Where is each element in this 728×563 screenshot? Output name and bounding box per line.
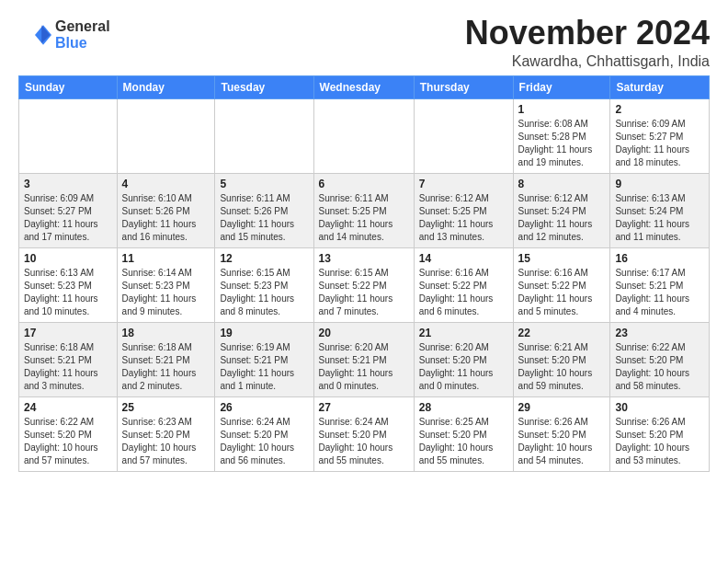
calendar-header-row: SundayMondayTuesdayWednesdayThursdayFrid… bbox=[19, 75, 710, 98]
calendar-cell: 9Sunrise: 6:13 AM Sunset: 5:24 PM Daylig… bbox=[610, 173, 710, 247]
day-header-wednesday: Wednesday bbox=[313, 75, 414, 98]
calendar-cell: 10Sunrise: 6:13 AM Sunset: 5:23 PM Dayli… bbox=[19, 247, 118, 322]
calendar-cell: 26Sunrise: 6:24 AM Sunset: 5:20 PM Dayli… bbox=[215, 396, 313, 471]
calendar-cell: 23Sunrise: 6:22 AM Sunset: 5:20 PM Dayli… bbox=[610, 322, 710, 396]
day-number: 30 bbox=[615, 401, 704, 414]
week-row-1: 1Sunrise: 6:08 AM Sunset: 5:28 PM Daylig… bbox=[19, 98, 710, 173]
day-number: 5 bbox=[220, 178, 308, 190]
day-number: 26 bbox=[220, 401, 308, 414]
calendar-cell: 4Sunrise: 6:10 AM Sunset: 5:26 PM Daylig… bbox=[117, 173, 215, 247]
day-number: 4 bbox=[122, 178, 210, 190]
day-detail: Sunrise: 6:20 AM Sunset: 5:20 PM Dayligh… bbox=[419, 341, 508, 393]
day-number: 9 bbox=[615, 178, 704, 190]
calendar-cell: 12Sunrise: 6:15 AM Sunset: 5:23 PM Dayli… bbox=[215, 247, 313, 322]
day-number: 13 bbox=[319, 252, 409, 265]
calendar-cell: 17Sunrise: 6:18 AM Sunset: 5:21 PM Dayli… bbox=[19, 322, 118, 396]
week-row-2: 3Sunrise: 6:09 AM Sunset: 5:27 PM Daylig… bbox=[19, 173, 710, 247]
calendar-cell: 3Sunrise: 6:09 AM Sunset: 5:27 PM Daylig… bbox=[19, 173, 118, 247]
calendar-cell: 19Sunrise: 6:19 AM Sunset: 5:21 PM Dayli… bbox=[215, 322, 313, 396]
calendar-cell: 14Sunrise: 6:16 AM Sunset: 5:22 PM Dayli… bbox=[414, 247, 513, 322]
day-header-saturday: Saturday bbox=[610, 75, 710, 98]
calendar-cell: 22Sunrise: 6:21 AM Sunset: 5:20 PM Dayli… bbox=[513, 322, 610, 396]
day-detail: Sunrise: 6:20 AM Sunset: 5:21 PM Dayligh… bbox=[319, 341, 409, 393]
logo-text: General Blue bbox=[55, 18, 110, 51]
day-number: 14 bbox=[419, 252, 508, 265]
day-number: 12 bbox=[220, 252, 308, 265]
logo-blue: Blue bbox=[55, 35, 110, 52]
calendar-cell bbox=[215, 98, 313, 173]
day-number: 19 bbox=[220, 327, 308, 339]
day-detail: Sunrise: 6:16 AM Sunset: 5:22 PM Dayligh… bbox=[419, 267, 508, 318]
day-detail: Sunrise: 6:10 AM Sunset: 5:26 PM Dayligh… bbox=[122, 192, 210, 244]
day-number: 6 bbox=[319, 178, 409, 190]
day-number: 3 bbox=[24, 178, 112, 190]
calendar-cell: 25Sunrise: 6:23 AM Sunset: 5:20 PM Dayli… bbox=[117, 396, 215, 471]
calendar-cell: 29Sunrise: 6:26 AM Sunset: 5:20 PM Dayli… bbox=[513, 396, 610, 471]
day-number: 17 bbox=[24, 327, 112, 339]
day-header-sunday: Sunday bbox=[19, 75, 118, 98]
header: General Blue November 2024 Kawardha, Chh… bbox=[18, 15, 710, 70]
week-row-5: 24Sunrise: 6:22 AM Sunset: 5:20 PM Dayli… bbox=[19, 396, 710, 471]
calendar-cell: 2Sunrise: 6:09 AM Sunset: 5:27 PM Daylig… bbox=[610, 98, 710, 173]
calendar-cell: 30Sunrise: 6:26 AM Sunset: 5:20 PM Dayli… bbox=[610, 396, 710, 471]
week-row-3: 10Sunrise: 6:13 AM Sunset: 5:23 PM Dayli… bbox=[19, 247, 710, 322]
day-number: 25 bbox=[122, 401, 210, 414]
day-detail: Sunrise: 6:21 AM Sunset: 5:20 PM Dayligh… bbox=[518, 341, 606, 393]
day-number: 21 bbox=[419, 327, 508, 339]
day-number: 1 bbox=[518, 103, 606, 116]
day-detail: Sunrise: 6:16 AM Sunset: 5:22 PM Dayligh… bbox=[518, 267, 606, 318]
day-number: 24 bbox=[24, 401, 112, 414]
day-detail: Sunrise: 6:26 AM Sunset: 5:20 PM Dayligh… bbox=[518, 416, 606, 467]
day-number: 8 bbox=[518, 178, 606, 190]
calendar-cell bbox=[19, 98, 118, 173]
day-detail: Sunrise: 6:18 AM Sunset: 5:21 PM Dayligh… bbox=[24, 341, 112, 393]
location-title: Kawardha, Chhattisgarh, India bbox=[465, 53, 710, 70]
day-number: 18 bbox=[122, 327, 210, 339]
calendar-cell: 15Sunrise: 6:16 AM Sunset: 5:22 PM Dayli… bbox=[513, 247, 610, 322]
calendar-cell: 18Sunrise: 6:18 AM Sunset: 5:21 PM Dayli… bbox=[117, 322, 215, 396]
calendar-cell: 28Sunrise: 6:25 AM Sunset: 5:20 PM Dayli… bbox=[414, 396, 513, 471]
calendar-cell: 13Sunrise: 6:15 AM Sunset: 5:22 PM Dayli… bbox=[313, 247, 414, 322]
day-number: 29 bbox=[518, 401, 606, 414]
day-detail: Sunrise: 6:09 AM Sunset: 5:27 PM Dayligh… bbox=[615, 118, 704, 169]
day-detail: Sunrise: 6:25 AM Sunset: 5:20 PM Dayligh… bbox=[419, 416, 508, 467]
day-detail: Sunrise: 6:08 AM Sunset: 5:28 PM Dayligh… bbox=[518, 118, 606, 169]
day-detail: Sunrise: 6:11 AM Sunset: 5:26 PM Dayligh… bbox=[220, 192, 308, 244]
logo: General Blue bbox=[18, 18, 110, 52]
day-header-thursday: Thursday bbox=[414, 75, 513, 98]
day-number: 28 bbox=[419, 401, 508, 414]
day-detail: Sunrise: 6:12 AM Sunset: 5:25 PM Dayligh… bbox=[419, 192, 508, 244]
calendar-cell: 16Sunrise: 6:17 AM Sunset: 5:21 PM Dayli… bbox=[610, 247, 710, 322]
calendar-cell bbox=[313, 98, 414, 173]
day-number: 16 bbox=[615, 252, 704, 265]
day-number: 27 bbox=[319, 401, 409, 414]
calendar-cell bbox=[117, 98, 215, 173]
day-detail: Sunrise: 6:14 AM Sunset: 5:23 PM Dayligh… bbox=[122, 267, 210, 318]
day-number: 22 bbox=[518, 327, 606, 339]
day-detail: Sunrise: 6:24 AM Sunset: 5:20 PM Dayligh… bbox=[319, 416, 409, 467]
calendar-cell: 20Sunrise: 6:20 AM Sunset: 5:21 PM Dayli… bbox=[313, 322, 414, 396]
day-number: 2 bbox=[615, 103, 704, 116]
day-number: 23 bbox=[615, 327, 704, 339]
day-detail: Sunrise: 6:19 AM Sunset: 5:21 PM Dayligh… bbox=[220, 341, 308, 393]
day-detail: Sunrise: 6:13 AM Sunset: 5:24 PM Dayligh… bbox=[615, 192, 704, 244]
week-row-4: 17Sunrise: 6:18 AM Sunset: 5:21 PM Dayli… bbox=[19, 322, 710, 396]
day-detail: Sunrise: 6:26 AM Sunset: 5:20 PM Dayligh… bbox=[615, 416, 704, 467]
page-container: General Blue November 2024 Kawardha, Chh… bbox=[0, 0, 728, 487]
calendar-cell: 11Sunrise: 6:14 AM Sunset: 5:23 PM Dayli… bbox=[117, 247, 215, 322]
day-detail: Sunrise: 6:23 AM Sunset: 5:20 PM Dayligh… bbox=[122, 416, 210, 467]
calendar-cell: 1Sunrise: 6:08 AM Sunset: 5:28 PM Daylig… bbox=[513, 98, 610, 173]
day-detail: Sunrise: 6:15 AM Sunset: 5:22 PM Dayligh… bbox=[319, 267, 409, 318]
day-detail: Sunrise: 6:13 AM Sunset: 5:23 PM Dayligh… bbox=[24, 267, 112, 318]
day-detail: Sunrise: 6:09 AM Sunset: 5:27 PM Dayligh… bbox=[24, 192, 112, 244]
month-title: November 2024 bbox=[465, 15, 710, 52]
calendar-cell: 7Sunrise: 6:12 AM Sunset: 5:25 PM Daylig… bbox=[414, 173, 513, 247]
day-detail: Sunrise: 6:11 AM Sunset: 5:25 PM Dayligh… bbox=[319, 192, 409, 244]
day-detail: Sunrise: 6:18 AM Sunset: 5:21 PM Dayligh… bbox=[122, 341, 210, 393]
day-detail: Sunrise: 6:24 AM Sunset: 5:20 PM Dayligh… bbox=[220, 416, 308, 467]
day-header-friday: Friday bbox=[513, 75, 610, 98]
calendar-cell: 21Sunrise: 6:20 AM Sunset: 5:20 PM Dayli… bbox=[414, 322, 513, 396]
day-number: 10 bbox=[24, 252, 112, 265]
day-number: 11 bbox=[122, 252, 210, 265]
day-detail: Sunrise: 6:22 AM Sunset: 5:20 PM Dayligh… bbox=[24, 416, 112, 467]
